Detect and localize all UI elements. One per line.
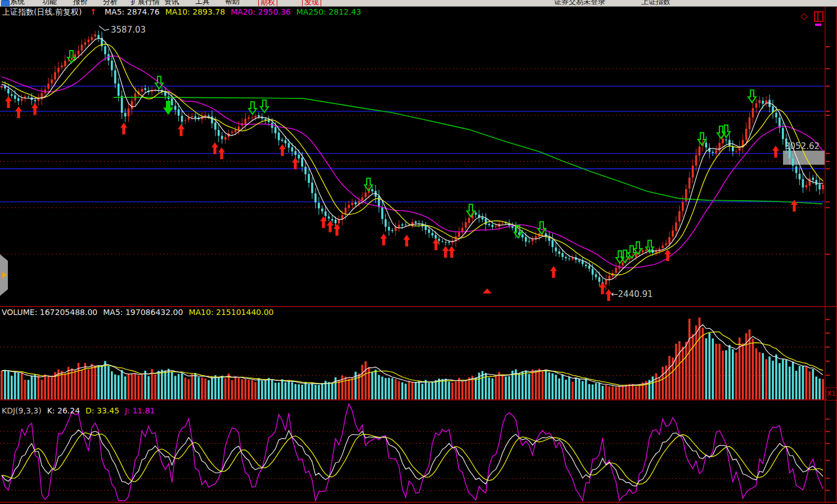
volume-label-1: VOLUME: 167205488.00 (2, 308, 97, 317)
buy-triangle-marker (483, 289, 492, 294)
charts-canvas[interactable]: 3587.03←2440.913052.62 (0, 0, 837, 504)
trend-up-icon: ↑ (90, 7, 97, 16)
menu-item-6[interactable]: 资讯 (164, 0, 179, 7)
sell-signal-arrow (748, 90, 756, 102)
kdj-label-1: KDJ(9,3,3) (2, 406, 42, 415)
buy-signal-arrow (327, 220, 334, 232)
buy-signal-arrow (380, 233, 387, 245)
volume-multiplier-badge: X1 (826, 388, 837, 400)
panel-separator (0, 306, 837, 307)
buy-signal-arrow (442, 246, 449, 258)
volume-label-3: MA10: 215101440.00 (188, 308, 273, 317)
kdj-label-4: J: 11.81 (125, 406, 155, 415)
kdj-d-line (2, 433, 823, 484)
menu-item-1[interactable]: 系统 (10, 0, 25, 7)
buy-signal-arrow (448, 246, 455, 258)
kdj-label-2: K: 26.24 (47, 406, 80, 415)
panel-separator (0, 399, 837, 400)
price-marker-label: 3052.62 (785, 141, 820, 151)
main-chart-header: 上证指数(日线.前复权) ↑ MA5: 2874.76MA10: 2893.78… (2, 7, 372, 17)
buy-signal-arrow (32, 103, 38, 115)
kdj-j-line (2, 404, 823, 501)
volume-value-labels: VOLUME: 167205488.00MA5: 197086432.00MA1… (2, 308, 279, 317)
buy-signal-arrow (599, 282, 606, 294)
current-symbol-name: 上证指数 (641, 0, 670, 7)
menu-item-2[interactable]: 功能 (42, 0, 57, 7)
menu-bar: 证券交易未登录 上证指数 系统功能报价分析扩展行情资讯工具帮助期权发现 (0, 0, 837, 7)
menu-item-3[interactable]: 报价 (73, 0, 88, 7)
buy-signal-arrow (292, 158, 299, 169)
app-logo-icon[interactable] (1, 0, 10, 7)
kdj-k-line (2, 430, 823, 486)
ma-label-4: MA250: 2812.43 (296, 7, 361, 16)
sell-signal-arrow (249, 102, 256, 114)
sell-signal-arrow (628, 246, 636, 258)
volume-panel-header: VOLUME: 167205488.00MA5: 197086432.00MA1… (2, 308, 285, 317)
right-axis-border (825, 7, 826, 502)
login-status: 证券交易未登录 (554, 0, 605, 7)
chart-title: 上证指数(日线.前复权) (2, 7, 82, 16)
buy-signal-arrow (550, 266, 557, 278)
buy-signal-arrow (279, 144, 286, 156)
menu-item-10[interactable]: 发现 (302, 0, 321, 7)
panel-separator (0, 502, 837, 503)
buy-signal-arrow (15, 106, 22, 118)
magenta-marker (815, 24, 821, 26)
ma-label-3: MA20: 2950.36 (231, 7, 291, 16)
ma5-line (2, 38, 823, 280)
ma-label-2: MA10: 2893.78 (165, 7, 226, 16)
sell-signal-arrow (467, 204, 475, 217)
buy-signal-arrow (178, 124, 184, 136)
kdj-panel-header: KDJ(9,3,3)K: 26.24D: 33.45J: 11.81 (2, 406, 166, 415)
peak-price-label: 3587.03 (111, 25, 146, 35)
right-triangle-icon (2, 272, 7, 278)
window-restore-icon[interactable] (814, 11, 824, 22)
sidebar-expand-handle[interactable] (0, 254, 8, 296)
right-edge-border (836, 7, 837, 502)
ma20-line (2, 56, 823, 268)
buy-signal-arrow (212, 142, 218, 154)
trading-terminal: 证券交易未登录 上证指数 系统功能报价分析扩展行情资讯工具帮助期权发现 3587… (0, 0, 837, 504)
kdj-value-labels: KDJ(9,3,3)K: 26.24D: 33.45J: 11.81 (2, 406, 160, 415)
menu-item-4[interactable]: 分析 (103, 0, 118, 7)
volume-label-2: MA5: 197086432.00 (103, 308, 183, 317)
menu-item-8[interactable]: 帮助 (225, 0, 240, 7)
sell-signal-arrow (260, 100, 268, 112)
ma10-line (2, 44, 823, 275)
buy-signal-arrow (5, 96, 12, 108)
buy-signal-arrow (772, 146, 779, 158)
ma-label-1: MA5: 2874.76 (105, 7, 160, 16)
buy-signal-arrow (334, 224, 340, 236)
buy-signal-arrow (120, 123, 127, 134)
menu-item-7[interactable]: 工具 (195, 0, 210, 7)
kdj-label-3: D: 33.45 (86, 406, 119, 415)
trough-price-label: ←2440.91 (611, 289, 653, 299)
diamond-icon[interactable]: ◇ (800, 11, 808, 21)
buy-signal-arrow (403, 235, 410, 246)
menu-item-5[interactable]: 扩展行情 (130, 0, 160, 7)
menu-item-9[interactable]: 期权 (258, 0, 277, 7)
ma-value-labels: MA5: 2874.76MA10: 2893.78MA20: 2950.36MA… (105, 7, 367, 16)
